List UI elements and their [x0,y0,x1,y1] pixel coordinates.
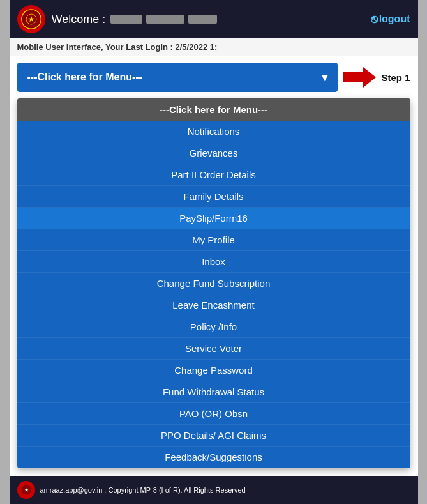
svg-marker-3 [343,67,376,88]
name-block-2 [146,15,184,24]
logout-icon: ⎋ [371,13,378,26]
menu-item-family-details[interactable]: Family Details [17,186,410,208]
welcome-label: Welcome : [52,13,106,26]
menu-dropdown[interactable]: ---Click here for Menu--- ▾ [17,63,338,92]
chevron-down-icon: ▾ [322,70,327,84]
menu-item-label-notifications: Notifications [188,126,240,137]
menu-item-my-profile[interactable]: My Profile [17,229,410,251]
step1-area: ---Click here for Menu--- ▾ Step 1 [10,56,418,98]
user-name-blocks [110,15,217,24]
svg-text:★: ★ [24,487,28,493]
menu-item-header: ---Click here for Menu--- [17,98,410,121]
menu-item-label-change-password: Change Password [174,365,253,376]
menu-item-fund-withdrawal[interactable]: Fund Withdrawal Status [17,381,410,403]
header-bar: ★ Welcome : ⎋ logout [10,0,418,38]
logout-label: logout [379,13,410,25]
menu-item-feedback[interactable]: Feedback/Suggestions [17,447,410,468]
step1-indicator: Step 1 [343,67,410,88]
menu-item-change-fund[interactable]: Change Fund Subscription [17,273,410,294]
menu-item-grievances[interactable]: Grievances [17,142,410,164]
menu-item-label-payslip: PaySlip/Form16 [179,213,248,224]
footer-copyright: amraaz.app@gov.in . Copyright MP-8 (I of… [40,486,246,494]
step1-arrow-icon [343,67,376,88]
logout-button[interactable]: ⎋ logout [371,13,410,26]
menu-item-label-fund-withdrawal: Fund Withdrawal Status [163,386,264,397]
menu-item-label-leave-encashment: Leave Encashment [172,300,254,310]
menu-item-leave-encashment[interactable]: Leave Encashment [17,294,410,316]
dropdown-menu: ---Click here for Menu---NotificationsGr… [17,98,410,468]
footer-bar: ★ amraaz.app@gov.in . Copyright MP-8 (I … [10,476,418,504]
menu-item-label-my-profile: My Profile [192,234,235,245]
menu-item-inbox[interactable]: Inbox [17,251,410,273]
svg-text:★: ★ [28,15,35,23]
login-info-text: Mobile User Interface, Your Last Login :… [17,42,218,52]
menu-item-label-inbox: Inbox [202,256,225,267]
menu-item-label-feedback: Feedback/Suggestions [165,452,262,462]
footer-logo-icon: ★ [17,481,35,499]
main-container: ★ Welcome : ⎋ logout Mobile User Interfa… [10,0,418,504]
menu-item-pao-obsn[interactable]: PAO (OR) Obsn [17,403,410,425]
login-info-bar: Mobile User Interface, Your Last Login :… [10,38,418,56]
menu-item-label-change-fund: Change Fund Subscription [157,278,271,289]
menu-item-payslip[interactable]: PaySlip/Form16 Step 2 [17,208,410,229]
content-area: ---Click here for Menu--- ▾ Step 1 ---Cl… [10,56,418,476]
menu-item-label-policy-info: Policy /Info [190,321,237,332]
army-logo: ★ [17,5,45,33]
menu-item-service-voter[interactable]: Service Voter [17,338,410,360]
step1-label: Step 1 [381,72,410,83]
menu-item-label-service-voter: Service Voter [185,343,242,354]
menu-item-label-family-details: Family Details [183,191,243,202]
menu-item-change-password[interactable]: Change Password [17,360,410,381]
page-wrapper: ★ Welcome : ⎋ logout Mobile User Interfa… [0,0,427,504]
menu-item-label-ppo-details: PPO Details/ AGI Claims [161,430,266,441]
menu-item-label-grievances: Grievances [190,148,238,158]
dropdown-label: ---Click here for Menu--- [27,72,142,83]
menu-item-part2-order[interactable]: Part II Order Details [17,164,410,186]
name-block-1 [110,15,142,24]
menu-item-ppo-details[interactable]: PPO Details/ AGI Claims [17,425,410,447]
menu-item-label-pao-obsn: PAO (OR) Obsn [179,408,248,419]
menu-item-label-part2-order: Part II Order Details [171,169,256,180]
menu-item-policy-info[interactable]: Policy /Info [17,316,410,338]
menu-item-notifications[interactable]: Notifications [17,121,410,142]
name-block-3 [188,15,217,24]
welcome-text: Welcome : [45,13,371,26]
